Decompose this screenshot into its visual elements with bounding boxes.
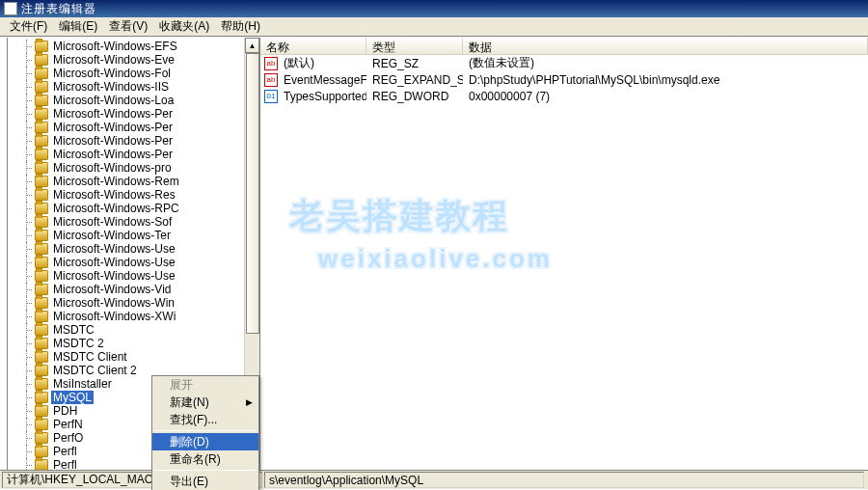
submenu-arrow-icon: ▶	[246, 397, 253, 407]
tree-item-label: MSDTC Client	[51, 350, 129, 364]
tree-item-label: Microsoft-Windows-Win	[51, 296, 176, 310]
tree-item[interactable]: Microsoft-Windows-XWi	[8, 310, 259, 323]
tree-item-label: Microsoft-Windows-Rem	[51, 175, 181, 188]
tree-item[interactable]: Microsoft-Windows-Res	[8, 188, 259, 202]
folder-icon	[35, 432, 48, 444]
menu-separator	[154, 430, 257, 431]
tree-item[interactable]: Microsoft-Windows-Fol	[8, 67, 259, 80]
list-row[interactable]: 01TypesSupportedREG_DWORD0x00000007 (7)	[260, 88, 868, 104]
folder-icon	[35, 419, 48, 430]
folder-icon	[35, 405, 48, 417]
folder-icon	[35, 189, 48, 201]
tree-item-label: Perfl	[51, 445, 79, 458]
cell-data: D:\phpStudy\PHPTutorial\MySQL\bin\mysqld…	[463, 73, 868, 87]
tree-item[interactable]: Microsoft-Windows-Vid	[8, 283, 259, 296]
folder-icon	[35, 284, 48, 295]
tree-item[interactable]: Microsoft-Windows-Ter	[8, 229, 259, 242]
list-view[interactable]: 名称 类型 数据 ab(默认)REG_SZ(数值未设置)abEventMessa…	[260, 38, 868, 470]
tree-item[interactable]: Microsoft-Windows-RPC	[8, 202, 259, 215]
tree-item-label: Microsoft-Windows-XWi	[51, 310, 177, 323]
window-titlebar: 注册表编辑器	[0, 0, 868, 17]
tree-item[interactable]: Microsoft-Windows-Loa	[8, 94, 259, 107]
tree-item-label: PerfO	[51, 431, 85, 445]
col-type[interactable]: 类型	[366, 38, 463, 54]
folder-icon	[35, 54, 48, 66]
tree-item-label: Microsoft-Windows-Loa	[51, 94, 176, 107]
folder-icon	[35, 392, 48, 403]
menu-fav[interactable]: 收藏夹(A)	[153, 16, 215, 37]
menu-edit[interactable]: 编辑(E)	[53, 16, 103, 37]
tree-item[interactable]: Microsoft-Windows-Use	[8, 256, 259, 269]
status-path-right: s\eventlog\Application\MySQL	[264, 472, 864, 488]
folder-icon	[35, 351, 48, 363]
context-menu-item[interactable]: 重命名(R)	[152, 450, 258, 468]
tree-item[interactable]: Microsoft-Windows-Per	[8, 134, 259, 148]
folder-icon	[35, 68, 48, 79]
tree-item-label: MSDTC 2	[51, 337, 106, 350]
context-menu-item[interactable]: 导出(E)	[152, 473, 258, 490]
tree-item-label: MySQL	[51, 391, 94, 404]
window-title: 注册表编辑器	[21, 1, 864, 17]
folder-icon	[35, 162, 48, 174]
cell-type: REG_EXPAND_SZ	[366, 73, 463, 87]
scroll-thumb[interactable]	[246, 53, 259, 334]
folder-icon	[35, 365, 48, 376]
tree-item-label: Microsoft-Windows-Ter	[51, 229, 173, 242]
tree-item-label: MSDTC Client 2	[51, 364, 139, 377]
folder-icon	[35, 176, 48, 187]
folder-icon	[35, 270, 48, 282]
tree-item[interactable]: Microsoft-Windows-Per	[8, 121, 259, 134]
folder-icon	[35, 41, 48, 52]
list-row[interactable]: abEventMessageFileREG_EXPAND_SZD:\phpStu…	[260, 71, 868, 88]
context-menu-item[interactable]: 查找(F)...	[152, 411, 258, 428]
tree-item-label: Microsoft-Windows-Vid	[51, 283, 173, 296]
tree-item-label: Microsoft-Windows-IIS	[51, 80, 171, 94]
tree-item[interactable]: Microsoft-Windows-pro	[8, 161, 259, 175]
string-value-icon: ab	[264, 73, 278, 87]
context-menu-item[interactable]: 删除(D)	[152, 433, 258, 450]
tree-item[interactable]: MSDTC	[8, 323, 259, 337]
menu-view[interactable]: 查看(V)	[103, 16, 153, 37]
tree-item-label: Microsoft-Windows-Res	[51, 188, 177, 202]
tree-item-label: Microsoft-Windows-Use	[51, 269, 177, 283]
tree-item[interactable]: Microsoft-Windows-IIS	[8, 80, 259, 94]
tree-item[interactable]: Microsoft-Windows-Use	[8, 269, 259, 283]
tree-item[interactable]: MSDTC 2	[8, 337, 259, 350]
tree-item[interactable]: Microsoft-Windows-Per	[8, 148, 259, 161]
tree-item[interactable]: MSDTC Client	[8, 350, 259, 364]
folder-icon	[35, 324, 48, 336]
cell-type: REG_SZ	[366, 57, 463, 70]
tree-item[interactable]: Microsoft-Windows-Win	[8, 296, 259, 310]
folder-icon	[35, 230, 48, 241]
string-value-icon: ab	[264, 57, 278, 70]
menu-help[interactable]: 帮助(H)	[215, 16, 266, 37]
tree-item-label: Microsoft-Windows-Use	[51, 256, 177, 269]
folder-icon	[35, 257, 48, 268]
tree-item[interactable]: Microsoft-Windows-Use	[8, 242, 259, 256]
tree-item-label: Microsoft-Windows-Fol	[51, 67, 173, 80]
tree-item-label: PerfN	[51, 418, 85, 431]
cell-type: REG_DWORD	[366, 90, 463, 103]
list-header: 名称 类型 数据	[260, 38, 868, 55]
folder-icon	[35, 203, 48, 214]
scroll-up-icon[interactable]: ▲	[245, 38, 259, 53]
cell-name: (默认)	[278, 55, 366, 71]
menu-file[interactable]: 文件(F)	[4, 16, 53, 37]
folder-icon	[35, 108, 48, 120]
tree-item[interactable]: Microsoft-Windows-EFS	[8, 40, 259, 53]
tree-item-label: MSDTC	[51, 323, 96, 337]
col-name[interactable]: 名称	[260, 38, 366, 54]
folder-icon	[35, 135, 48, 147]
tree-item[interactable]: Microsoft-Windows-Per	[8, 107, 259, 121]
folder-icon	[35, 122, 48, 133]
tree-item[interactable]: Microsoft-Windows-Sof	[8, 215, 259, 229]
list-row[interactable]: ab(默认)REG_SZ(数值未设置)	[260, 55, 868, 71]
tree-item[interactable]: Microsoft-Windows-Rem	[8, 175, 259, 188]
col-data[interactable]: 数据	[463, 38, 868, 54]
tree-item[interactable]: Microsoft-Windows-Eve	[8, 53, 259, 67]
context-menu-item[interactable]: 新建(N)▶	[152, 394, 258, 411]
folder-icon	[35, 459, 48, 470]
tree-item-label: Perfl	[51, 458, 79, 470]
folder-icon	[35, 446, 48, 457]
cell-name: EventMessageFile	[278, 73, 366, 87]
